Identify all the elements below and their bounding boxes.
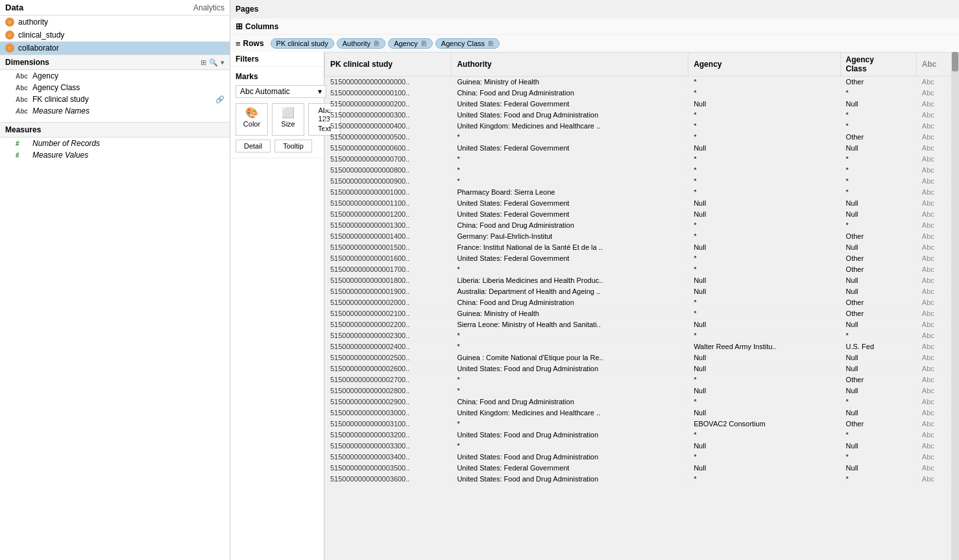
pill-authority-icon: 🖹 xyxy=(373,40,380,47)
cell-pk: 5150000000000002000.. xyxy=(325,297,452,308)
cell-authority: United States: Food and Drug Administrat… xyxy=(452,474,688,485)
table-row: 5150000000000001100.. United States: Fed… xyxy=(325,198,959,209)
datasource-authority[interactable]: ○ authority xyxy=(0,16,230,29)
cell-agency-class: Other xyxy=(840,297,916,308)
cell-authority: Guinea: Ministry of Health xyxy=(452,308,688,319)
cell-agency-class: Other xyxy=(840,308,916,319)
cell-agency-class: Null xyxy=(840,286,916,297)
cell-agency-class: * xyxy=(840,154,916,165)
field-label-agency: Agency xyxy=(32,71,58,80)
size-icon: ⬜ xyxy=(282,106,295,119)
tooltip-button[interactable]: Tooltip xyxy=(274,140,312,152)
table-row: 5150000000000001700.. * * Other Abc xyxy=(325,264,959,275)
analytics-tab[interactable]: Analytics xyxy=(193,3,225,12)
cell-authority: United Kingdom: Medicines and Healthcare… xyxy=(452,121,688,132)
cell-pk: 5150000000000000800.. xyxy=(325,165,452,176)
cell-authority: * xyxy=(452,385,688,396)
table-container[interactable]: PK clinical study Authority Agency xyxy=(324,52,959,560)
cell-agency-class: Null xyxy=(840,408,916,419)
cell-agency-class: Other xyxy=(840,132,916,143)
cell-authority: Sierra Leone: Ministry of Health and San… xyxy=(452,319,688,330)
cell-authority: Guinea: Ministry of Health xyxy=(452,77,688,88)
table-row: 5150000000000000700.. * * * Abc xyxy=(325,154,959,165)
cell-agency: * xyxy=(688,330,840,341)
table-row: 5150000000000003400.. United States: Foo… xyxy=(325,452,959,463)
cell-authority: * xyxy=(452,132,688,143)
cell-authority: United States: Federal Government xyxy=(452,99,688,110)
cell-agency-class: Null xyxy=(840,99,916,110)
cell-agency-class: Null xyxy=(840,385,916,396)
datasource-clinical-study[interactable]: ○ clinical_study xyxy=(0,29,230,42)
table-row: 5150000000000000000.. Guinea: Ministry o… xyxy=(325,77,959,88)
pages-label: Pages xyxy=(236,5,258,14)
cell-agency-class: Other xyxy=(840,231,916,242)
table-row: 5150000000000001800.. Liberia: Liberia M… xyxy=(325,275,959,286)
table-row: 5150000000000002700.. * * Other Abc xyxy=(325,374,959,385)
pill-agency-class[interactable]: Agency Class 🖹 xyxy=(435,38,500,49)
cell-agency-class: Other xyxy=(840,264,916,275)
cell-agency-class: Null xyxy=(840,198,916,209)
datasource-label-authority: authority xyxy=(18,18,48,27)
measure-type-nor: # xyxy=(16,140,29,147)
marks-color-label: Color xyxy=(243,120,260,128)
cell-authority: * xyxy=(452,165,688,176)
scrollbar-thumb[interactable] xyxy=(952,52,958,71)
cell-pk: 5150000000000001800.. xyxy=(325,275,452,286)
table-row: 5150000000000003000.. United Kingdom: Me… xyxy=(325,408,959,419)
table-row: 5150000000000000800.. * * * Abc xyxy=(325,165,959,176)
cell-pk: 5150000000000003300.. xyxy=(325,441,452,452)
marks-label: Marks xyxy=(236,72,319,81)
cell-agency-class: Other xyxy=(840,374,916,385)
marks-filters-sidebar: Filters Marks Abc Automatic ▾ 🎨 Color ⬜ … xyxy=(230,52,324,560)
pill-pk-clinical-study[interactable]: PK clinical study xyxy=(271,38,334,49)
cell-agency: Null xyxy=(688,209,840,220)
search-icon[interactable]: 🔍 xyxy=(209,58,218,67)
cell-agency-class: * xyxy=(840,452,916,463)
cell-agency-class: * xyxy=(840,220,916,231)
table-row: 5150000000000002400.. * Walter Reed Army… xyxy=(325,341,959,352)
cell-pk: 5150000000000000200.. xyxy=(325,99,452,110)
cell-agency: * xyxy=(688,77,840,88)
dropdown-icon[interactable]: ▾ xyxy=(221,58,225,67)
field-type-measure-names: Abc xyxy=(16,108,29,115)
dimensions-icons: ⊞ 🔍 ▾ xyxy=(200,58,225,67)
cell-agency: Null xyxy=(688,352,840,363)
marks-size-button[interactable]: ⬜ Size xyxy=(272,103,304,136)
pill-authority[interactable]: Authority 🖹 xyxy=(337,38,385,49)
cell-pk: 5150000000000000700.. xyxy=(325,154,452,165)
pill-agency[interactable]: Agency 🖹 xyxy=(388,38,433,49)
cell-authority: * xyxy=(452,419,688,430)
table-row: 5150000000000001900.. Australia: Departm… xyxy=(325,286,959,297)
table-body: 5150000000000000000.. Guinea: Ministry o… xyxy=(325,77,959,485)
marks-size-label: Size xyxy=(281,120,295,128)
cell-pk: 5150000000000003600.. xyxy=(325,474,452,485)
col-header-agency: Agency xyxy=(688,53,840,77)
cell-agency-class: Null xyxy=(840,242,916,253)
datasource-icon-clinical: ○ xyxy=(5,30,14,40)
cell-agency-class: Null xyxy=(840,209,916,220)
cell-pk: 5150000000000001900.. xyxy=(325,286,452,297)
cell-agency: EBOVAC2 Consortium xyxy=(688,419,840,430)
cell-authority: * xyxy=(452,374,688,385)
marks-dropdown-label: Abc Automatic xyxy=(240,87,290,96)
datasource-icon-collaborator: ○ xyxy=(5,43,14,53)
dimension-measure-names: Abc Measure Names xyxy=(0,105,230,117)
cell-authority: France: Institut National de la Santé Et… xyxy=(452,242,688,253)
table-row: 5150000000000002600.. United States: Foo… xyxy=(325,363,959,374)
cell-pk: 5150000000000000900.. xyxy=(325,176,452,187)
measure-label-mv: Measure Values xyxy=(32,151,88,160)
table-row: 5150000000000001200.. United States: Fed… xyxy=(325,209,959,220)
marks-dropdown[interactable]: Abc Automatic ▾ xyxy=(236,85,326,98)
grid-icon[interactable]: ⊞ xyxy=(200,58,206,67)
cell-agency-class: * xyxy=(840,110,916,121)
cell-pk: 5150000000000002700.. xyxy=(325,374,452,385)
datasource-collaborator[interactable]: ○ collaborator xyxy=(0,42,230,55)
cell-agency-class: Null xyxy=(840,275,916,286)
data-table: PK clinical study Authority Agency xyxy=(324,52,959,485)
marks-color-button[interactable]: 🎨 Color xyxy=(236,103,268,136)
measures-header: Measures xyxy=(0,122,230,138)
columns-grid-icon: ⊞ xyxy=(236,21,243,31)
detail-button[interactable]: Detail xyxy=(236,140,271,152)
vertical-scrollbar[interactable] xyxy=(951,52,959,560)
detail-tooltip-row: Detail Tooltip xyxy=(236,140,319,152)
